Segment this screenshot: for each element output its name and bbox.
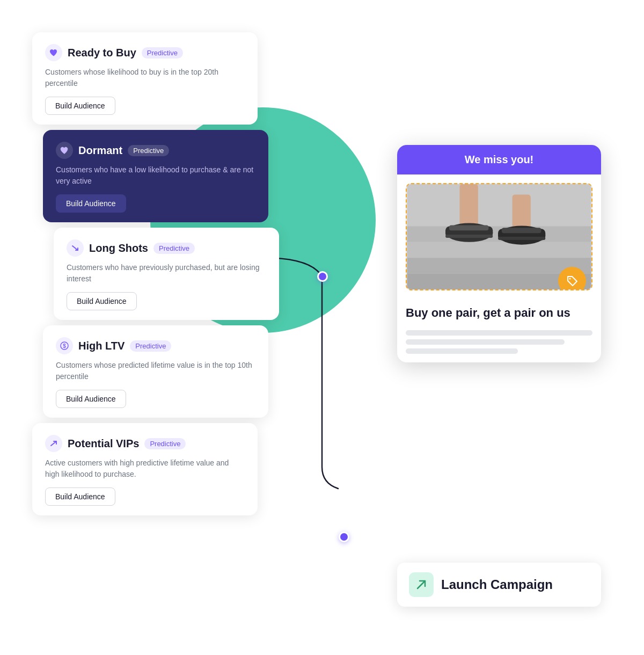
potential-vips-title: Potential VIPs xyxy=(68,438,139,450)
potential-vips-build-btn[interactable]: Build Audience xyxy=(45,487,115,506)
long-shots-header: Long Shots Predictive xyxy=(67,239,266,257)
card-potential-vips: Potential VIPs Predictive Active custome… xyxy=(32,423,258,515)
long-shots-icon xyxy=(67,239,84,257)
ready-to-buy-desc: Customers whose likelihood to buy is in … xyxy=(45,67,245,89)
dormant-title: Dormant xyxy=(78,144,122,157)
potential-vips-desc: Active customers with high predictive li… xyxy=(45,457,245,480)
launch-campaign-label: Launch Campaign xyxy=(441,577,553,592)
high-ltv-icon: $ xyxy=(56,337,73,354)
svg-line-4 xyxy=(51,441,56,446)
dormant-desc: Customers who have a low likelihood to p… xyxy=(56,164,255,187)
ready-to-buy-icon xyxy=(45,44,62,61)
high-ltv-desc: Customers whose predicted lifetime value… xyxy=(56,360,255,382)
potential-vips-header: Potential VIPs Predictive xyxy=(45,435,245,452)
potential-vips-badge: Predictive xyxy=(144,438,186,449)
svg-rect-17 xyxy=(502,228,541,233)
high-ltv-title: High LTV xyxy=(78,340,125,352)
svg-rect-7 xyxy=(407,242,591,258)
long-shots-badge: Predictive xyxy=(153,243,195,254)
card-ready-to-buy: Ready to Buy Predictive Customers whose … xyxy=(32,32,258,125)
card-dormant: Dormant Predictive Customers who have a … xyxy=(43,130,268,222)
email-image-area xyxy=(406,183,592,290)
svg-text:$: $ xyxy=(63,343,66,349)
card-header: Ready to Buy Predictive xyxy=(45,44,245,61)
email-promo-text: Buy one pair, get a pair on us xyxy=(397,299,601,325)
high-ltv-build-btn[interactable]: Build Audience xyxy=(56,390,126,408)
email-line-1 xyxy=(406,330,592,336)
ready-to-buy-title: Ready to Buy xyxy=(68,47,136,59)
svg-line-1 xyxy=(72,246,78,250)
svg-rect-18 xyxy=(445,235,493,238)
svg-point-20 xyxy=(569,278,571,280)
potential-vips-icon xyxy=(45,435,62,452)
dormant-badge: Predictive xyxy=(128,145,169,156)
svg-line-21 xyxy=(418,581,425,588)
email-line-2 xyxy=(406,339,565,345)
high-ltv-header: $ High LTV Predictive xyxy=(56,337,255,354)
connector-dot-top xyxy=(317,271,328,282)
email-line-3 xyxy=(406,348,518,354)
dormant-build-btn[interactable]: Build Audience xyxy=(56,194,126,213)
main-scene: Ready to Buy Predictive Customers whose … xyxy=(0,0,644,655)
price-tag-icon xyxy=(558,267,586,290)
svg-rect-19 xyxy=(498,237,545,240)
high-ltv-badge: Predictive xyxy=(130,340,171,352)
cards-stack: Ready to Buy Predictive Customers whose … xyxy=(32,32,279,521)
long-shots-desc: Customers who have previously purchased,… xyxy=(67,262,266,285)
connector-dot-bottom xyxy=(339,532,349,542)
email-preview-panel: We miss you! xyxy=(397,145,601,362)
svg-rect-14 xyxy=(449,225,489,230)
card-long-shots: Long Shots Predictive Customers who have… xyxy=(54,228,279,320)
long-shots-build-btn[interactable]: Build Audience xyxy=(67,292,137,310)
ready-to-buy-badge: Predictive xyxy=(142,47,183,59)
launch-campaign-icon-box xyxy=(409,572,434,597)
card-high-ltv: $ High LTV Predictive Customers whose pr… xyxy=(43,325,268,418)
ready-to-buy-build-btn[interactable]: Build Audience xyxy=(45,97,115,115)
dormant-icon xyxy=(56,142,73,159)
launch-campaign-card[interactable]: Launch Campaign xyxy=(397,563,601,607)
email-content-lines xyxy=(397,325,601,362)
long-shots-title: Long Shots xyxy=(89,242,148,254)
email-header: We miss you! xyxy=(397,145,601,174)
dormant-card-header: Dormant Predictive xyxy=(56,142,255,159)
